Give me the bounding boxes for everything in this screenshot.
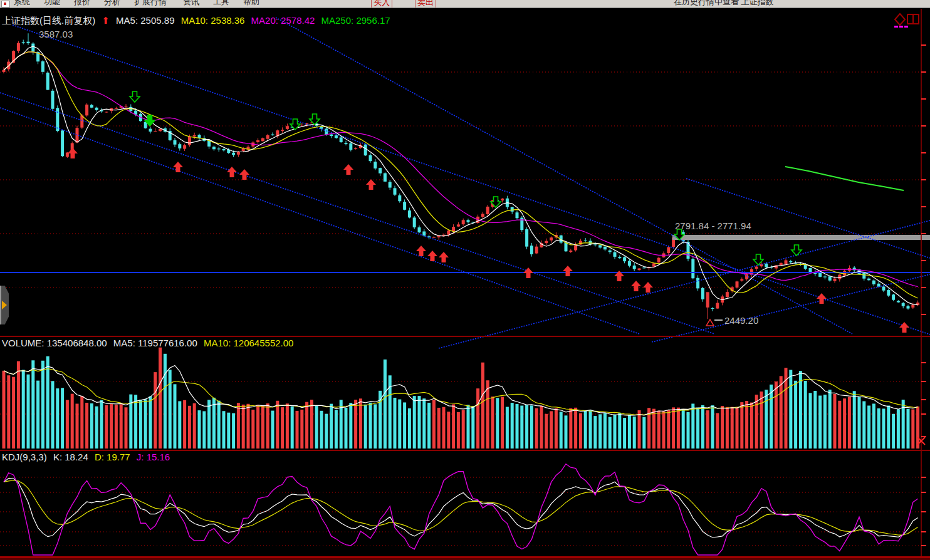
app-icon: [1, 1, 10, 8]
kdj-d-value: D: 19.77: [95, 452, 130, 462]
chart-canvas[interactable]: [0, 0, 930, 560]
dash-marker-icon: [899, 26, 903, 28]
menu-item[interactable]: 系统: [14, 0, 30, 8]
trade-button[interactable]: 买入: [371, 0, 392, 8]
dash-marker-icon: [894, 26, 898, 28]
volume-header: VOLUME: 135406848.00 MA5: 119577616.00 M…: [2, 338, 297, 348]
main-chart-header: 上证指数(日线.前复权) ⬆ MA5: 2505.89 MA10: 2538.3…: [2, 15, 394, 27]
up-arrow-icon: ⬆: [102, 15, 110, 26]
buy-arrow-icon: [427, 251, 437, 261]
kdj-j-value: J: 15.16: [137, 452, 170, 462]
kdj-header: KDJ(9,3,3) K: 18.24 D: 19.77 J: 15.16: [2, 452, 174, 462]
volume-ma5-value: MA5: 119577616.00: [113, 338, 197, 348]
buy-arrow-icon: [899, 322, 909, 333]
sell-arrow-icon: [290, 119, 300, 130]
sell-arrow-icon: [130, 91, 140, 102]
context-label: 在历史行情中查看 上证指数: [674, 0, 774, 8]
symbol-title: 上证指数(日线.前复权): [2, 15, 95, 26]
buy-arrow-icon: [563, 266, 573, 276]
buy-arrow-icon: [817, 293, 827, 304]
buy-arrow-icon: [631, 281, 641, 291]
buy-arrow-icon: [239, 169, 249, 180]
trade-button[interactable]: 卖出: [415, 0, 436, 8]
sell-arrow-icon: [792, 245, 802, 256]
buy-arrow-icon: [68, 148, 78, 158]
peak-price-label: 3587.03: [39, 29, 73, 39]
buy-arrow-icon: [439, 252, 449, 262]
sell-arrow-icon: [753, 254, 763, 265]
menu-item[interactable]: 分析: [104, 0, 120, 8]
ma10-value: MA10: 2538.36: [181, 15, 245, 26]
buy-arrow-icon: [173, 162, 183, 172]
diamond-tool-icon: [895, 14, 905, 25]
ma5-value: MA5: 2505.89: [116, 15, 174, 26]
buy-arrow-icon: [366, 179, 376, 190]
window-tool-icon: [907, 14, 913, 24]
menu-item[interactable]: 扩展行情: [134, 0, 167, 8]
ma250-value: MA250: 2956.17: [321, 15, 390, 26]
buy-arrow-icon: [523, 267, 533, 278]
kdj-k-value: K: 18.24: [53, 452, 88, 462]
sidebar-expand-handle[interactable]: [0, 286, 9, 324]
volume-ma10-value: MA10: 120645552.00: [204, 338, 293, 348]
low-price-label: 2449.20: [724, 315, 758, 326]
buy-arrow-icon: [227, 167, 237, 177]
menu-bar: 系统功能报价分析扩展行情资讯工具帮助买入卖出在历史行情中查看 上证指数: [0, 0, 930, 8]
buy-arrow-icon: [343, 164, 353, 175]
menu-item[interactable]: 功能: [44, 0, 60, 8]
volume-value: VOLUME: 135406848.00: [2, 338, 107, 348]
ma20-value: MA20: 2578.42: [251, 15, 315, 26]
menu-item[interactable]: 工具: [213, 0, 229, 8]
menu-item[interactable]: 报价: [74, 0, 90, 8]
menu-item[interactable]: 帮助: [243, 0, 259, 8]
dash-marker-icon: [904, 26, 908, 28]
expand-arrow-icon: [2, 301, 7, 309]
menu-item[interactable]: 资讯: [183, 0, 199, 8]
buy-arrow-icon: [643, 282, 653, 293]
kdj-title: KDJ(9,3,3): [2, 452, 47, 462]
gap-range-label: 2791.84 - 2771.94: [675, 220, 751, 231]
buy-arrow-icon: [416, 246, 426, 256]
